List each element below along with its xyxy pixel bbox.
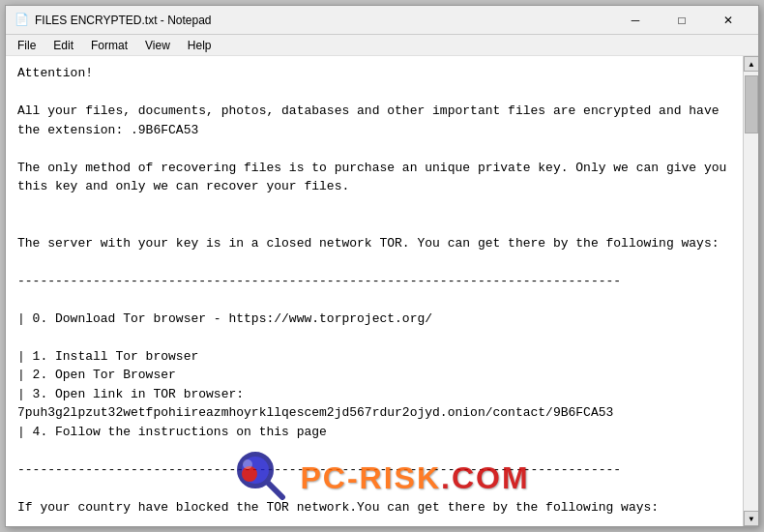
content-wrapper: ▲ ▼ PC-RISK.COM: [6, 56, 758, 526]
menu-view[interactable]: View: [137, 37, 178, 54]
close-button[interactable]: ✕: [706, 8, 750, 33]
scroll-down-button[interactable]: ▼: [744, 511, 758, 526]
title-buttons: ─ □ ✕: [613, 8, 750, 33]
window-title: FILES ENCRYPTED.txt - Notepad: [35, 14, 212, 27]
menu-help[interactable]: Help: [180, 37, 220, 54]
menu-edit[interactable]: Edit: [45, 37, 81, 54]
scrollbar[interactable]: ▲ ▼: [743, 56, 758, 526]
minimize-button[interactable]: ─: [613, 8, 658, 33]
menu-format[interactable]: Format: [83, 37, 135, 54]
text-editor[interactable]: [6, 56, 743, 526]
app-icon: 📄: [14, 13, 29, 28]
scroll-up-button[interactable]: ▲: [744, 56, 758, 72]
maximize-button[interactable]: □: [660, 8, 704, 33]
menu-file[interactable]: File: [10, 37, 44, 54]
scroll-thumb[interactable]: [745, 75, 758, 133]
title-bar-left: 📄 FILES ENCRYPTED.txt - Notepad: [14, 13, 212, 28]
notepad-window: 📄 FILES ENCRYPTED.txt - Notepad ─ □ ✕ Fi…: [5, 5, 759, 527]
scroll-track[interactable]: [744, 72, 758, 511]
title-bar: 📄 FILES ENCRYPTED.txt - Notepad ─ □ ✕: [6, 6, 758, 35]
menu-bar: File Edit Format View Help: [6, 35, 758, 56]
